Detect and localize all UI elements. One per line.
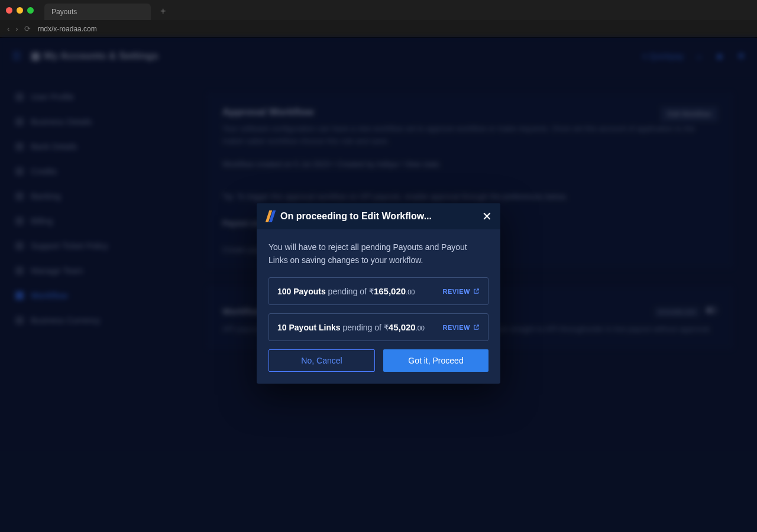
review-payouts-link[interactable]: REVIEW — [443, 288, 480, 295]
close-icon[interactable]: ✕ — [482, 210, 492, 222]
external-link-icon — [473, 288, 480, 294]
tab-title: Payouts — [51, 8, 77, 16]
new-tab-button[interactable]: + — [160, 6, 166, 17]
pending-payouts-box: 100 Payouts pending of ₹165,020.00 REVIE… — [268, 277, 489, 305]
modal-title: On proceeding to Edit Workflow... — [280, 211, 476, 222]
modal-header: On proceeding to Edit Workflow... ✕ — [257, 203, 500, 229]
pending-payout-links-text: 10 Payout Links pending of ₹45,020.00 — [277, 322, 425, 332]
minimize-window-icon[interactable] — [17, 7, 23, 14]
modal-message: You will have to reject all pending Payo… — [268, 241, 489, 267]
url-field[interactable]: rndx/x-roadaa.com — [38, 25, 750, 33]
browser-url-bar: ‹ › ⟳ rndx/x-roadaa.com — [0, 20, 757, 38]
forward-icon[interactable]: › — [15, 24, 18, 33]
reload-icon[interactable]: ⟳ — [24, 24, 31, 33]
pending-payout-links-box: 10 Payout Links pending of ₹45,020.00 RE… — [268, 313, 489, 341]
window-controls — [6, 7, 34, 14]
proceed-button[interactable]: Got it, Proceed — [383, 349, 489, 372]
back-icon[interactable]: ‹ — [7, 24, 9, 33]
external-link-icon — [473, 324, 480, 330]
warning-stripe-icon — [265, 210, 274, 222]
cancel-button[interactable]: No, Cancel — [268, 349, 375, 372]
edit-workflow-confirm-modal: On proceeding to Edit Workflow... ✕ You … — [257, 203, 500, 384]
review-payout-links-link[interactable]: REVIEW — [443, 324, 480, 331]
app-viewport: ☰ ▦ My Accounts & Settings ⎋ Quickpay ⌕ … — [0, 38, 757, 532]
close-window-icon[interactable] — [6, 7, 12, 14]
pending-payouts-text: 100 Payouts pending of ₹165,020.00 — [277, 286, 415, 296]
browser-tab[interactable]: Payouts — [44, 4, 151, 20]
browser-titlebar: Payouts + — [0, 0, 757, 20]
maximize-window-icon[interactable] — [27, 7, 34, 14]
